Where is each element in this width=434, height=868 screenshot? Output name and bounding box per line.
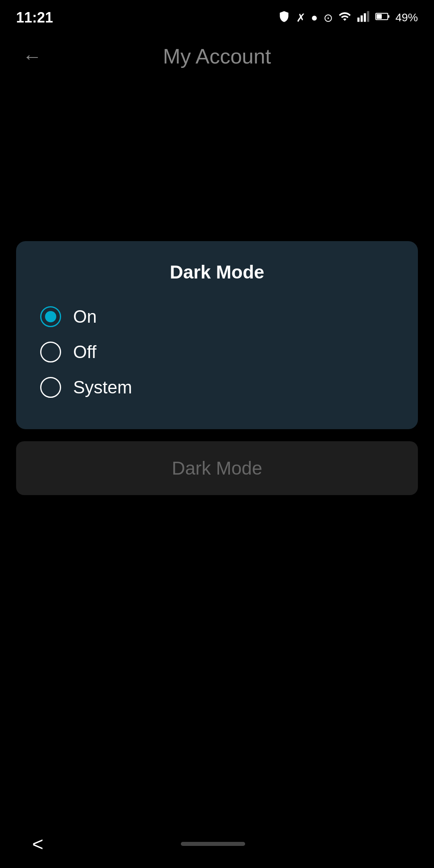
radio-option-off[interactable]: Off [40,334,394,370]
page-title: My Account [163,44,271,68]
top-nav: ← My Account [0,32,434,80]
svg-rect-6 [377,14,382,19]
radio-inner-on [45,311,56,322]
back-arrow-icon: ← [23,45,42,68]
nav-back-button[interactable]: < [32,833,43,855]
bluetooth-icon: ✗ [296,11,305,25]
radio-option-system[interactable]: System [40,370,394,405]
radio-label-off: Off [73,342,96,362]
wifi-icon [338,10,351,26]
radio-circle-off [40,342,61,362]
svg-rect-3 [367,11,369,22]
status-time: 11:21 [16,9,53,26]
signal-icon [357,10,370,26]
dialog-title: Dark Mode [40,261,394,283]
status-icons: ✗ ● ⊙ 49% [278,10,418,26]
status-bar: 11:21 ✗ ● ⊙ [0,0,434,32]
radio-label-on: On [73,307,97,327]
svg-rect-2 [364,13,366,22]
radio-circle-on [40,306,61,327]
battery-icon [375,10,390,26]
dark-mode-button[interactable]: Dark Mode [16,441,418,495]
svg-rect-1 [360,15,362,22]
home-indicator[interactable] [181,842,245,846]
battery-percent: 49% [395,11,418,24]
radio-circle-system [40,377,61,398]
svg-rect-0 [357,17,359,22]
radio-option-on[interactable]: On [40,299,394,334]
dark-mode-dialog: Dark Mode On Off System [16,241,418,429]
dnd-icon: ⊙ [323,11,333,25]
radio-label-system: System [73,377,132,397]
bottom-nav: < [0,820,434,868]
back-button[interactable]: ← [16,40,48,72]
shield-icon [278,10,291,26]
main-content: Dark Mode On Off System Dark Mode [0,241,434,495]
svg-rect-5 [388,15,389,18]
location-icon: ● [311,11,318,24]
